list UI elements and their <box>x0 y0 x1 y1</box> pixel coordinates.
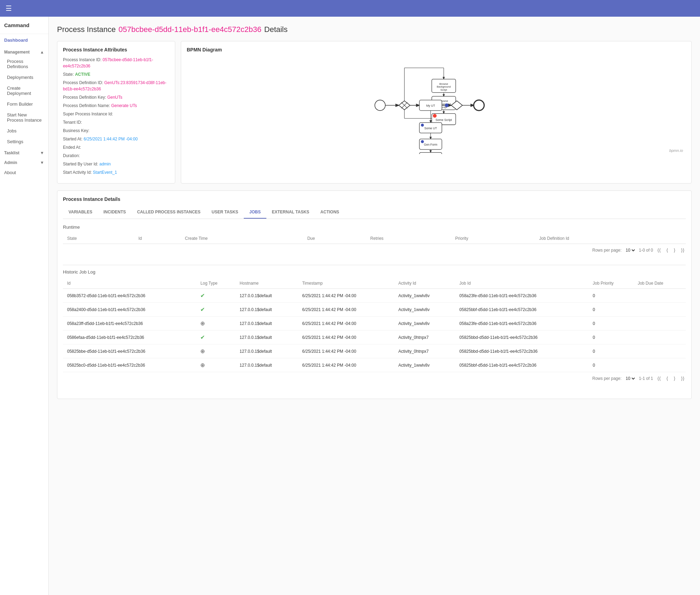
sidebar-item-settings[interactable]: Settings <box>0 136 48 147</box>
cell-log-type: ✔ <box>196 303 235 317</box>
historic-rows-per-page-select[interactable]: 10 25 50 <box>624 376 636 381</box>
svg-rect-40 <box>419 153 442 154</box>
top-section: Process Instance Attributes Process Inst… <box>57 41 692 184</box>
attr-started-by-user: Started By User Id: admin <box>63 161 169 167</box>
sidebar-section-management: Management ▲ <box>0 46 48 56</box>
runtime-rows-per-page-label: Rows per page: <box>592 248 621 253</box>
tab-called-process-instances[interactable]: CALLED PROCESS INSTANCES <box>131 206 206 219</box>
svg-point-33 <box>421 124 424 127</box>
tab-actions[interactable]: ACTIONS <box>315 206 345 219</box>
cell-id: 058b3572-d5dd-11eb-b1f1-ee4c572c2b36 <box>63 289 196 303</box>
topbar: ☰ <box>0 0 700 17</box>
cell-activity-id: Activity_1wwlv8v <box>394 289 455 303</box>
historic-col-job-due-date: Job Due Date <box>634 278 686 289</box>
runtime-col-priority: Priority <box>451 233 535 244</box>
cell-job-id: 05825bbd-d5dd-11eb-b1f1-ee4c572c2b36 <box>455 344 588 358</box>
historic-prev-page-btn[interactable]: ⟨ <box>665 375 669 382</box>
attr-process-definition-key: Process Definition Key: GenUTs <box>63 94 169 100</box>
historic-last-page-btn[interactable]: ⟩⟩ <box>679 375 686 382</box>
sidebar-item-about[interactable]: About <box>0 166 48 179</box>
attr-tenant-id: Tenant ID: <box>63 119 169 125</box>
historic-table: Id Log Type Hostname Timestamp Activity … <box>63 278 686 372</box>
sidebar-section-admin: Admin ▼ <box>0 157 48 166</box>
attr-state: State: ACTIVE <box>63 71 169 78</box>
bpmn-title: BPMN Diagram <box>187 47 686 52</box>
historic-col-log-type: Log Type <box>196 278 235 289</box>
tab-jobs[interactable]: JOBS <box>244 206 266 219</box>
historic-col-activity-id: Activity Id <box>394 278 455 289</box>
sidebar: Cammand Dashboard Management ▲ Process D… <box>0 17 49 595</box>
table-row: 05825bc0-d5dd-11eb-b1f1-ee4c572c2b36 ⊕ 1… <box>63 358 686 372</box>
svg-point-37 <box>421 140 424 143</box>
attr-process-definition-name: Process Definition Name: Generate UTs <box>63 103 169 109</box>
tab-user-tasks[interactable]: USER TASKS <box>206 206 244 219</box>
success-icon: ✔ <box>200 293 205 299</box>
section-divider <box>63 265 686 265</box>
historic-col-job-id: Job Id <box>455 278 588 289</box>
title-id: 057bcbee-d5dd-11eb-b1f1-ee4c572c2b36 <box>119 25 262 34</box>
historic-next-page-btn[interactable]: ⟩ <box>672 375 677 382</box>
runtime-rows-per-page-select[interactable]: 10 25 50 <box>624 247 636 253</box>
attr-super-process: Super Process Instance Id: <box>63 111 169 117</box>
sidebar-section-tasklist: Tasklist ▼ <box>0 147 48 157</box>
sidebar-item-start-new-process-instance[interactable]: Start New Process Instance <box>0 109 48 125</box>
details-title: Process Instance Details <box>63 196 686 202</box>
runtime-next-page-btn[interactable]: ⟩ <box>672 247 677 254</box>
svg-point-0 <box>375 100 385 111</box>
cell-job-priority: 0 <box>588 331 633 344</box>
historic-rows-per-page-label: Rows per page: <box>592 376 621 381</box>
tab-incidents[interactable]: INCIDENTS <box>98 206 131 219</box>
historic-pagination-info: 1-1 of 1 <box>639 376 653 381</box>
cell-timestamp: 6/25/2021 1:44:42 PM -04:00 <box>298 289 394 303</box>
cell-activity-id: Activity_1wwlv8v <box>394 358 455 372</box>
page-title: Process Instance 057bcbee-d5dd-11eb-b1f1… <box>57 25 692 34</box>
cell-job-id: 05825bbd-d5dd-11eb-b1f1-ee4c572c2b36 <box>455 331 588 344</box>
main-content: Process Instance 057bcbee-d5dd-11eb-b1f1… <box>49 17 700 595</box>
cell-job-due-date <box>634 344 686 358</box>
runtime-last-page-btn[interactable]: ⟩⟩ <box>679 247 686 254</box>
sidebar-item-process-definitions[interactable]: Process Definitions <box>0 56 48 72</box>
tabs: VARIABLES INCIDENTS CALLED PROCESS INSTA… <box>63 206 686 219</box>
cell-job-id: 058a23fe-d5dd-11eb-b1f1-ee4c572c2b36 <box>455 317 588 331</box>
runtime-first-page-btn[interactable]: ⟨⟨ <box>656 247 662 254</box>
cell-job-due-date <box>634 331 686 344</box>
cell-job-priority: 0 <box>588 344 633 358</box>
cell-activity-id: Activity_1wwlv8v <box>394 317 455 331</box>
sidebar-item-dashboard[interactable]: Dashboard <box>0 34 48 46</box>
tab-external-tasks[interactable]: EXTERNAL TASKS <box>266 206 315 219</box>
attr-process-definition-id: Process Definition ID: GenUTs:23:8359173… <box>63 80 169 92</box>
attr-ended-at: Ended At: <box>63 144 169 150</box>
sidebar-item-deployments[interactable]: Deployments <box>0 72 48 83</box>
runtime-table: State Id Create Time Due Retries Priorit… <box>63 233 686 244</box>
cell-job-due-date <box>634 317 686 331</box>
cell-log-type: ⊕ <box>196 317 235 331</box>
attr-start-activity: Start Activity Id: StartEvent_1 <box>63 169 169 176</box>
cell-hostname: 127.0.0.1$default <box>235 289 298 303</box>
cell-log-type: ⊕ <box>196 344 235 358</box>
cell-timestamp: 6/25/2021 1:44:42 PM -04:00 <box>298 358 394 372</box>
runtime-pagination-info: 1-0 of 0 <box>639 248 653 253</box>
sidebar-item-form-builder[interactable]: Form Builder <box>0 99 48 109</box>
runtime-prev-page-btn[interactable]: ⟨ <box>665 247 669 254</box>
svg-point-29 <box>474 100 484 111</box>
table-row: 0586efaa-d5dd-11eb-b1f1-ee4c572c2b36 ✔ 1… <box>63 331 686 344</box>
table-row: 058b3572-d5dd-11eb-b1f1-ee4c572c2b36 ✔ 1… <box>63 289 686 303</box>
menu-icon[interactable]: ☰ <box>6 4 12 13</box>
cell-job-priority: 0 <box>588 303 633 317</box>
tab-variables[interactable]: VARIABLES <box>63 206 98 219</box>
success-icon: ✔ <box>200 334 205 340</box>
cell-activity-id: Activity_1wwlv8v <box>394 303 455 317</box>
cell-log-type: ✔ <box>196 331 235 344</box>
cell-id: 05825bbe-d5dd-11eb-b1f1-ee4c572c2b36 <box>63 344 196 358</box>
attr-started-at: Started At: 6/25/2021 1:44:42 PM -04:00 <box>63 136 169 142</box>
sidebar-item-create-deployment[interactable]: Create Deployment <box>0 83 48 99</box>
sidebar-item-jobs[interactable]: Jobs <box>0 125 48 136</box>
cell-id: 05825bc0-d5dd-11eb-b1f1-ee4c572c2b36 <box>63 358 196 372</box>
historic-col-hostname: Hostname <box>235 278 298 289</box>
runtime-title: Runtime <box>63 225 686 230</box>
cell-timestamp: 6/25/2021 1:44:42 PM -04:00 <box>298 317 394 331</box>
cell-activity-id: Activity_0htnpx7 <box>394 331 455 344</box>
historic-first-page-btn[interactable]: ⟨⟨ <box>656 375 662 382</box>
runtime-pagination: Rows per page: 10 25 50 1-0 of 0 ⟨⟨ ⟨ ⟩ … <box>63 244 686 256</box>
runtime-col-retries: Retries <box>366 233 451 244</box>
